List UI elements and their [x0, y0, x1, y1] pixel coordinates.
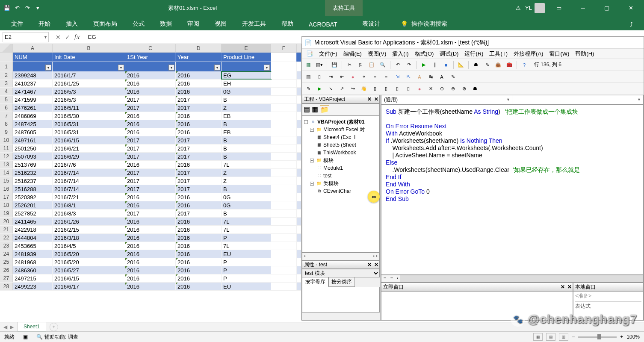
col-header-b[interactable]: B	[53, 44, 125, 52]
scroll-left-icon[interactable]: ‹	[395, 275, 400, 282]
reset-icon[interactable]: ■	[441, 60, 451, 70]
col-header-f[interactable]: F	[271, 44, 297, 52]
browser-icon[interactable]: 👜	[493, 60, 503, 70]
tab-view[interactable]: 视图	[207, 18, 234, 30]
table-row[interactable]: 20 2411465 2016/1/26 2016 2016 7L	[0, 218, 301, 226]
header-firstyear[interactable]: 1St Year	[125, 53, 176, 62]
close-icon[interactable]: ✕	[374, 262, 378, 268]
filter-button[interactable]: ▼	[214, 65, 220, 71]
menu-help[interactable]: 帮助(H)	[573, 49, 597, 59]
filter-button[interactable]: ▼	[45, 65, 51, 71]
filter-button[interactable]: ▼	[264, 65, 270, 71]
close-icon[interactable]: ✕	[367, 262, 372, 268]
header-productline[interactable]: Product Line	[222, 53, 271, 62]
copy-icon[interactable]: ⎘	[356, 60, 365, 70]
zoom-in-icon[interactable]: +	[620, 334, 623, 340]
close-icon[interactable]: ✕	[367, 96, 372, 102]
zoom-out-icon[interactable]: −	[572, 334, 575, 340]
undo-icon[interactable]: ↶	[14, 5, 21, 12]
select-all-corner[interactable]	[0, 44, 13, 52]
scroll-left-icon[interactable]: ‹	[304, 253, 306, 260]
tab-insert[interactable]: 插入	[58, 18, 86, 30]
menu-file[interactable]: 文件(F)	[316, 49, 340, 59]
table-row[interactable]: 15 2516237 2016/7/14 2017 2017 Z	[0, 177, 301, 185]
tab-file[interactable]: 文件	[3, 18, 31, 30]
tab-tabledesign[interactable]: 表设计	[354, 18, 388, 30]
table-row[interactable]: 24 2481939 2016/5/20 2016 2016 EU	[0, 250, 301, 258]
filter-button[interactable]: ▼	[168, 65, 174, 71]
close-icon[interactable]: ✕	[561, 284, 565, 290]
enter-icon[interactable]: ✓	[65, 34, 70, 41]
toolbox-icon[interactable]: 🧰	[505, 60, 514, 70]
property-object-select[interactable]: test 模块	[302, 269, 380, 277]
col-header-a[interactable]: A	[13, 44, 53, 52]
tell-me-search[interactable]: 💡 操作说明搜索	[396, 18, 452, 30]
menu-format[interactable]: 格式(O)	[412, 49, 437, 59]
table-row[interactable]: 9 2487605 2016/5/31 2016 2016 EB	[0, 128, 301, 136]
menu-edit[interactable]: 编辑(E)	[341, 49, 364, 59]
header-initdate[interactable]: Init Date	[53, 53, 125, 62]
header-num[interactable]: NUM	[13, 53, 53, 62]
filter-button[interactable]: ▼	[118, 65, 124, 71]
table-row[interactable]: 26 2486360 2016/5/27 2016 2016 P	[0, 266, 301, 274]
table-row[interactable]: 7 2486869 2016/5/30 2016 2016 EB	[0, 112, 301, 120]
tab-formulas[interactable]: 公式	[125, 18, 152, 30]
properties-grid[interactable]	[302, 287, 380, 313]
table-row[interactable]: 12 2507093 2016/6/29 2017 2017 B	[0, 153, 301, 161]
tab-layout[interactable]: 页面布局	[86, 18, 125, 30]
redo-icon[interactable]: ↷	[24, 5, 31, 12]
menu-window[interactable]: 窗口(W)	[547, 49, 572, 59]
table-row[interactable]: 22 2444804 2016/3/18 2016 2016 P	[0, 234, 301, 242]
table-row[interactable]: 3 2410237 2016/1/25 2016 2016 EH	[0, 80, 301, 88]
insert-form-icon[interactable]: ▤▾	[315, 60, 324, 70]
table-row[interactable]: 18 2526201 2016/8/1 2016 2016 0G	[0, 201, 301, 209]
table-row[interactable]: 19 2527852 2016/8/3 2017 2017 B	[0, 209, 301, 218]
table-row[interactable]: 14 2516232 2016/7/14 2017 2017 Z	[0, 169, 301, 177]
table-row[interactable]: 5 2471599 2016/5/3 2017 2017 B	[0, 96, 301, 104]
menu-addins[interactable]: 外接程序(A)	[511, 49, 546, 59]
tab-acrobat[interactable]: ACROBAT	[301, 18, 345, 30]
chevron-down-icon[interactable]: ▼	[44, 35, 47, 39]
tab-categorized[interactable]: 按分类序	[328, 277, 355, 287]
col-header-d[interactable]: D	[176, 44, 222, 52]
close-icon[interactable]: ✕	[567, 284, 572, 290]
fx-icon[interactable]: f𝑥	[74, 33, 80, 41]
ribbon-options-icon[interactable]: ▭	[549, 0, 569, 16]
prev-sheet-icon[interactable]: ◀	[3, 324, 7, 330]
table-row[interactable]: 28 2499223 2016/6/17 2016 2016 EU	[0, 283, 301, 291]
worksheet[interactable]: A B C D E F NUM Init Date 1St Year Year …	[0, 44, 301, 320]
table-row[interactable]: 4 2471467 2016/5/3 2016 2016 0G	[0, 88, 301, 96]
table-row[interactable]: 25 2481968 2016/5/20 2016 2016 P	[0, 258, 301, 266]
table-row[interactable]: 17 2520392 2016/7/21 2016 2016 0G	[0, 193, 301, 201]
minimize-icon[interactable]: ─	[573, 0, 593, 16]
add-sheet-button[interactable]: +	[50, 323, 58, 331]
paste-icon[interactable]: 📋	[367, 60, 376, 70]
table-row[interactable]: 21 2422918 2016/2/15 2016 2016 7L	[0, 226, 301, 234]
close-icon[interactable]: ✕	[621, 0, 641, 16]
project-icon[interactable]: ☗	[471, 60, 481, 70]
menu-tools[interactable]: 工具(T)	[487, 49, 510, 59]
view-code-icon[interactable]: ▤	[304, 105, 310, 114]
table-row[interactable]: 8 2487425 2016/5/31 2016 2016 B	[0, 120, 301, 128]
tab-data[interactable]: 数据	[152, 18, 180, 30]
qat-dropdown-icon[interactable]: ▾	[34, 5, 41, 12]
run-icon[interactable]: ▶	[419, 60, 428, 70]
table-row[interactable]: 16 2516288 2016/7/14 2017 2017 B	[0, 185, 301, 193]
project-tree[interactable]: −⧈VBAProject (素材01 −📁Microsoft Excel 对 ▦…	[302, 116, 380, 253]
tab-developer[interactable]: 开发工具	[234, 18, 274, 30]
cut-icon[interactable]: ✂	[345, 60, 354, 70]
save-icon[interactable]: 💾	[330, 60, 339, 70]
redo-icon[interactable]: ↷	[404, 60, 414, 70]
tab-help[interactable]: 帮助	[274, 18, 301, 30]
table-row[interactable]: 27 2497215 2016/6/15 2016 2016 P	[0, 274, 301, 283]
tab-home[interactable]: 开始	[31, 18, 58, 30]
table-row[interactable]: 2 2399248 2016/1/7 2016 2016 EG	[0, 71, 301, 80]
table-row[interactable]: 11 2501250 2016/6/21 2017 2017 B	[0, 144, 301, 153]
help-icon[interactable]: ?	[520, 60, 529, 70]
next-sheet-icon[interactable]: ▶	[10, 324, 14, 330]
col-header-e[interactable]: E	[222, 44, 271, 52]
menu-view[interactable]: 视图(V)	[365, 49, 389, 59]
save-icon[interactable]: 💾	[3, 5, 10, 12]
find-icon[interactable]: 🔍	[378, 60, 387, 70]
normal-view-icon[interactable]: ▦	[533, 333, 543, 341]
